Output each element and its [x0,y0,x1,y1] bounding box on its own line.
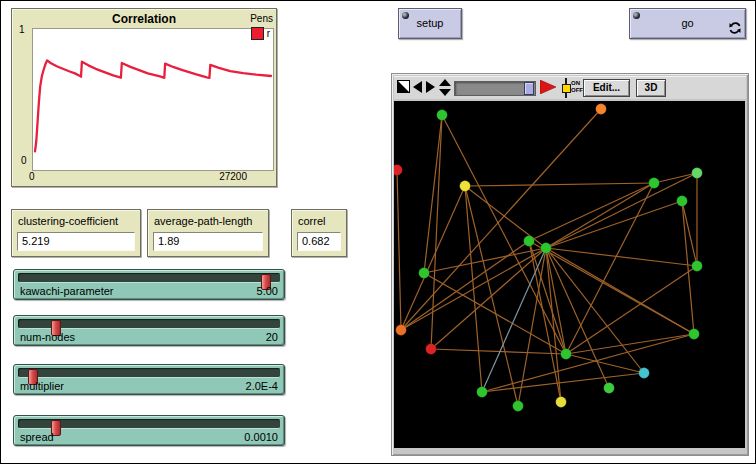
slider-value: 20 [266,331,278,343]
view-control-strip: ON OFF Edit... 3D [394,76,746,99]
network-node [541,243,552,254]
network-node [426,344,437,355]
go-button-label: go [630,17,745,29]
slider-value: 5.00 [257,285,278,297]
plot-legend: r [251,27,270,40]
speed-slider[interactable] [454,81,536,96]
pen-name: r [267,28,270,39]
network-node [677,196,688,207]
plot-pens-label: Pens [250,13,273,24]
vertical-arrows-icon[interactable] [439,79,451,96]
plot-title: Correlation [12,12,276,26]
forever-loop-icon [729,22,741,34]
monitor-label: clustering-coefficient [18,215,118,227]
slider-track[interactable] [18,273,280,283]
world-view-widget: ON OFF Edit... 3D [391,73,749,456]
setup-button-label: setup [399,17,461,29]
monitor-label: average-path-length [154,215,252,227]
network-node [556,397,567,408]
slider-track[interactable] [18,368,280,378]
network-node [477,387,488,398]
network-node [692,168,703,179]
slider-label: kawachi-parameter [20,285,114,297]
speed-slider-handle[interactable] [524,82,534,95]
slider-label: multiplier [20,380,64,392]
monitor-correl: correl 0.682 [291,209,347,257]
slider-num-nodes[interactable]: num-nodes 20 [13,315,285,346]
toggle-on-label: ON [571,80,583,87]
monitor-clustering-coefficient: clustering-coefficient 5.219 [11,209,141,257]
monitor-label: correl [298,215,326,227]
monitor-value: 5.219 [17,232,135,251]
slider-multiplier[interactable]: multiplier 2.0E-4 [13,364,285,395]
network-graph [394,101,745,448]
edit-view-button[interactable]: Edit... [583,79,630,97]
resize-view-icon[interactable] [397,80,410,93]
y-axis-min-label: 0 [21,155,27,166]
plot-area [32,28,274,171]
slider-label: spread [20,431,54,443]
slider-spread[interactable]: spread 0.0010 [13,415,285,446]
network-node [437,110,448,121]
monitor-value: 0.682 [297,232,341,251]
slider-label: num-nodes [20,331,75,343]
network-node [513,401,524,412]
network-node [394,165,402,176]
netlogo-interface: Correlation Pens r 1 0 0 27200 clusterin… [0,0,756,464]
pen-color-swatch [251,27,264,40]
horizontal-arrows-icon[interactable] [413,81,435,93]
network-node [639,368,650,379]
play-arrow-icon[interactable] [540,80,556,94]
network-node [604,383,615,394]
slider-value: 2.0E-4 [246,380,278,392]
world-view-canvas [394,101,745,448]
correlation-line-chart [33,29,273,170]
toggle-off-label: OFF [571,87,583,94]
network-node [692,261,703,272]
network-node [419,268,430,279]
network-node [561,349,572,360]
x-axis-max-label: 27200 [219,171,247,182]
slider-track[interactable] [18,419,280,429]
correlation-plot: Correlation Pens r 1 0 0 27200 [11,8,277,187]
network-node [460,181,471,192]
setup-button[interactable]: setup [398,8,462,39]
display-on-off-toggle[interactable]: ON OFF [561,78,583,98]
slider-kawachi-parameter[interactable]: kawachi-parameter 5.00 [13,269,285,300]
go-button[interactable]: go [629,8,746,39]
toggle-switch [562,84,571,93]
network-node [596,104,607,115]
3d-view-button[interactable]: 3D [636,79,666,97]
y-axis-max-label: 1 [19,24,25,35]
network-node [396,325,407,336]
network-node [689,329,700,340]
x-axis-min-label: 0 [29,171,35,182]
network-node [649,178,660,189]
monitor-value: 1.89 [153,232,263,251]
monitor-average-path-length: average-path-length 1.89 [147,209,269,257]
slider-track[interactable] [18,319,280,329]
network-node [524,236,535,247]
slider-value: 0.0010 [244,431,278,443]
